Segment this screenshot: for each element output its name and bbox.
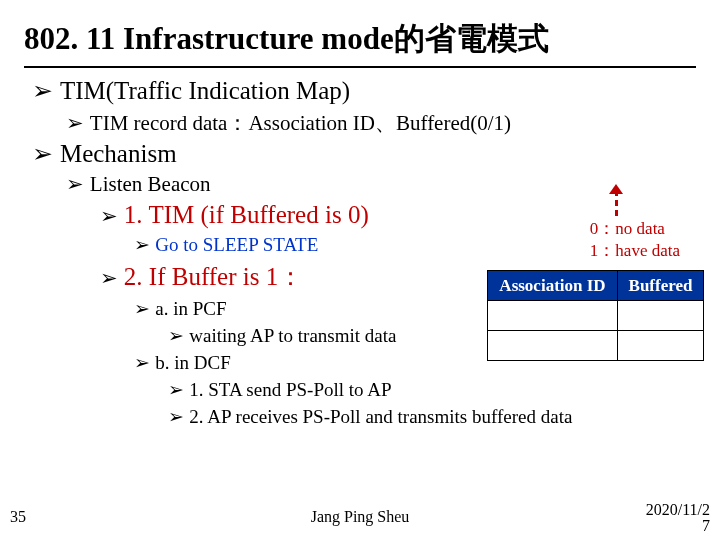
footer-date: 2020/11/2 7 <box>646 502 710 534</box>
title-english: 802. 11 Infrastructure mode <box>24 21 394 56</box>
item-tim-buffered-0-text: 1. TIM (if Buffered is 0) <box>124 201 369 228</box>
table-row <box>488 331 704 361</box>
footer-date-line1: 2020/11/2 <box>646 501 710 518</box>
legend-no-data: 0：no data <box>590 218 680 240</box>
item-buffer-1-text: 2. If Buffer is 1： <box>124 263 303 290</box>
item-listen-beacon: Listen Beacon <box>66 172 696 197</box>
table-row <box>488 301 704 331</box>
dashed-arrow-icon <box>610 184 624 218</box>
item-goto-sleep-text: Go to SLEEP STATE <box>155 234 318 255</box>
legend-have-data: 1：have data <box>590 240 680 262</box>
item-dcf-ap-tx: 2. AP receives PS-Poll and transmits buf… <box>168 405 696 428</box>
title-rule <box>24 66 696 68</box>
footer-author: Jang Ping Sheu <box>311 508 410 526</box>
page-number: 35 <box>10 508 26 526</box>
title-chinese: 的省電模式 <box>394 21 549 56</box>
item-tim: TIM(Traffic Indication Map) <box>32 76 696 105</box>
tim-record-text: TIM record data：Association ID、Buffered(… <box>90 111 511 135</box>
footer-date-line2: 7 <box>702 518 710 534</box>
item-tim-record: TIM record data：Association ID、Buffered(… <box>66 109 696 137</box>
th-buffered: Buffered <box>618 271 704 301</box>
th-association-id: Association ID <box>488 271 618 301</box>
item-dcf-pspoll: 1. STA send PS-Poll to AP <box>168 378 696 401</box>
item-mechanism: Mechanism <box>32 139 696 168</box>
slide-title: 802. 11 Infrastructure mode的省電模式 <box>24 18 696 60</box>
legend-box: 0：no data 1：have data <box>590 218 680 262</box>
tim-table: Association ID Buffered <box>487 270 704 361</box>
